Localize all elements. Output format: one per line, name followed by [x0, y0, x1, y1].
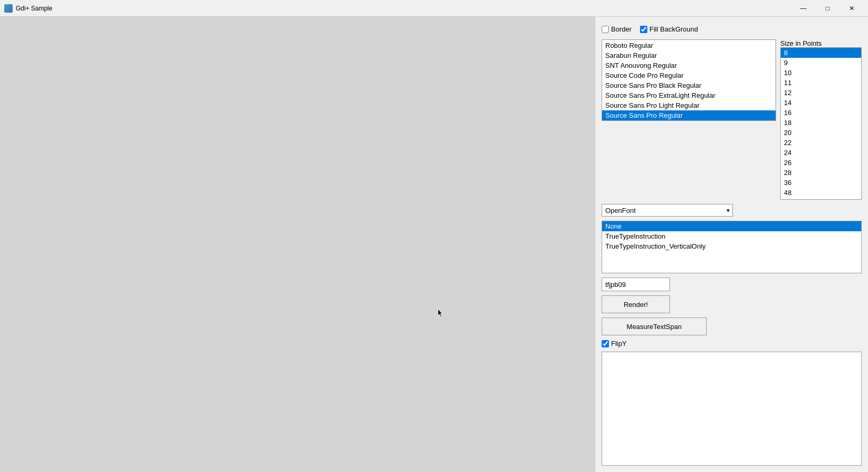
- app-icon: [4, 4, 13, 13]
- size-list-item[interactable]: 36: [781, 178, 861, 188]
- title-bar: Gdi+ Sample — □ ✕: [0, 0, 868, 17]
- font-list-item[interactable]: Source Sans Pro Regular: [602, 110, 776, 120]
- fill-background-label: Fill BackGround: [649, 25, 698, 33]
- measure-text-span-button[interactable]: MeasureTextSpan: [602, 317, 707, 335]
- right-panel: Border Fill BackGround Noto Color Emoji …: [595, 17, 868, 472]
- fill-background-checkbox-item[interactable]: Fill BackGround: [640, 25, 698, 33]
- size-list-container: 891011121416182022242628364872: [780, 47, 862, 200]
- font-list-item[interactable]: Source Sans Pro Black Regular: [602, 80, 776, 90]
- fill-background-checkbox[interactable]: [640, 26, 647, 33]
- size-list-item[interactable]: 14: [781, 98, 861, 108]
- font-size-row: Noto Color Emoji RegularRoboto RegularSa…: [602, 39, 862, 200]
- flipy-row: FlipY: [602, 340, 862, 347]
- flipy-checkbox[interactable]: [602, 340, 609, 347]
- size-list[interactable]: 891011121416182022242628364872: [781, 48, 861, 199]
- size-list-item[interactable]: 10: [781, 68, 861, 78]
- dropdown-wrapper: OpenFontGdiFont: [602, 204, 733, 217]
- main-content: Border Fill BackGround Noto Color Emoji …: [0, 17, 868, 472]
- canvas-area: [0, 17, 595, 472]
- size-panel: Size in Points 8910111214161820222426283…: [780, 39, 862, 200]
- size-list-item[interactable]: 18: [781, 118, 861, 128]
- hinting-list-item[interactable]: TrueTypeInstruction_VerticalOnly: [602, 241, 861, 251]
- size-list-item[interactable]: 22: [781, 138, 861, 148]
- maximize-button[interactable]: □: [815, 0, 840, 17]
- flipy-label: FlipY: [611, 340, 627, 347]
- size-in-points-label: Size in Points: [780, 39, 862, 47]
- size-list-item[interactable]: 24: [781, 148, 861, 158]
- hinting-list[interactable]: NoneTrueTypeInstructionTrueTypeInstructi…: [602, 221, 861, 251]
- hinting-list-container: NoneTrueTypeInstructionTrueTypeInstructi…: [602, 221, 862, 273]
- render-button-row: Render!: [602, 295, 862, 313]
- measure-button-row: MeasureTextSpan: [602, 317, 862, 335]
- size-list-item[interactable]: 28: [781, 168, 861, 178]
- border-checkbox-item[interactable]: Border: [602, 25, 632, 33]
- hinting-list-item[interactable]: TrueTypeInstruction: [602, 231, 861, 241]
- font-list-item[interactable]: Source Code Pro Regular: [602, 70, 776, 80]
- size-list-item[interactable]: 12: [781, 88, 861, 98]
- border-checkbox[interactable]: [602, 26, 609, 33]
- size-list-item[interactable]: 48: [781, 188, 861, 198]
- flipy-checkbox-item[interactable]: FlipY: [602, 340, 627, 347]
- checkbox-row: Border Fill BackGround: [602, 23, 862, 35]
- preview-box: [602, 352, 862, 466]
- close-button[interactable]: ✕: [840, 0, 864, 17]
- size-list-item[interactable]: 20: [781, 128, 861, 138]
- minimize-button[interactable]: —: [791, 0, 815, 17]
- font-list-item[interactable]: SNT Anouvong Regular: [602, 60, 776, 70]
- font-list-item[interactable]: Sarabun Regular: [602, 50, 776, 60]
- font-list-item[interactable]: Roboto Regular: [602, 40, 776, 50]
- render-button[interactable]: Render!: [602, 295, 670, 313]
- size-list-item[interactable]: 72: [781, 198, 861, 199]
- font-list[interactable]: Noto Color Emoji RegularRoboto RegularSa…: [602, 40, 776, 120]
- open-font-dropdown[interactable]: OpenFontGdiFont: [602, 204, 733, 217]
- text-input-row: [602, 278, 862, 291]
- window-title: Gdi+ Sample: [16, 5, 791, 12]
- size-list-item[interactable]: 11: [781, 78, 861, 88]
- text-input[interactable]: [602, 278, 670, 291]
- font-list-container: Noto Color Emoji RegularRoboto RegularSa…: [602, 39, 776, 121]
- border-label: Border: [611, 25, 632, 33]
- size-list-item[interactable]: 8: [781, 48, 861, 58]
- hinting-list-item[interactable]: None: [602, 221, 861, 231]
- dropdown-container: OpenFontGdiFont: [602, 204, 862, 217]
- mouse-cursor: [438, 309, 444, 317]
- size-list-item[interactable]: 9: [781, 58, 861, 68]
- font-list-area: Noto Color Emoji RegularRoboto RegularSa…: [602, 39, 776, 121]
- font-list-item[interactable]: Source Sans Pro ExtraLight Regular: [602, 90, 776, 100]
- window-controls: — □ ✕: [791, 0, 864, 17]
- size-list-item[interactable]: 26: [781, 158, 861, 168]
- size-list-item[interactable]: 16: [781, 108, 861, 118]
- font-list-item[interactable]: Source Sans Pro Light Regular: [602, 100, 776, 110]
